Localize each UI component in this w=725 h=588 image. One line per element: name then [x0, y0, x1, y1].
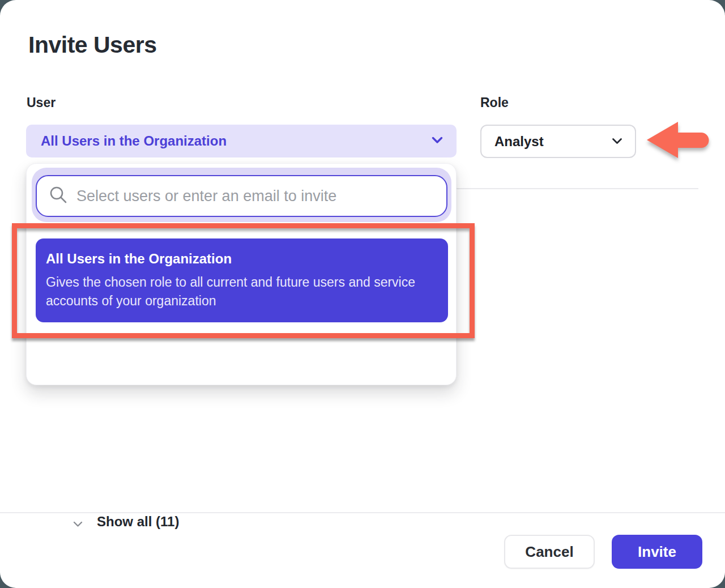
role-select[interactable]: Analyst — [480, 125, 636, 158]
search-focus-ring — [32, 168, 451, 222]
option-title: All Users in the Organization — [46, 250, 434, 267]
show-all-toggle[interactable]: Show all (11) — [27, 509, 253, 536]
chevron-down-icon — [73, 519, 83, 530]
option-all-users-in-organization[interactable]: All Users in the Organization Gives the … — [36, 238, 448, 322]
annotation-arrow-left-icon — [645, 117, 710, 164]
chevron-down-icon — [612, 137, 622, 147]
invite-users-dialog: Invite Users User All Users in the Organ… — [0, 0, 725, 588]
role-select-value: Analyst — [494, 134, 612, 150]
role-field-label: Role — [480, 95, 509, 110]
invite-button[interactable]: Invite — [612, 535, 702, 569]
search-input[interactable] — [76, 188, 435, 205]
page-title: Invite Users — [28, 32, 156, 58]
search-box[interactable] — [36, 175, 447, 217]
option-description: Gives the chosen role to all current and… — [46, 273, 433, 310]
chevron-down-icon — [432, 136, 443, 146]
show-all-label: Show all (11) — [97, 514, 179, 530]
user-select[interactable]: All Users in the Organization — [26, 125, 457, 157]
user-dropdown-panel: All Users in the Organization Gives the … — [26, 163, 457, 385]
user-select-value: All Users in the Organization — [41, 133, 432, 149]
search-icon — [49, 186, 67, 206]
user-field-label: User — [27, 95, 56, 110]
cancel-button[interactable]: Cancel — [504, 535, 595, 569]
